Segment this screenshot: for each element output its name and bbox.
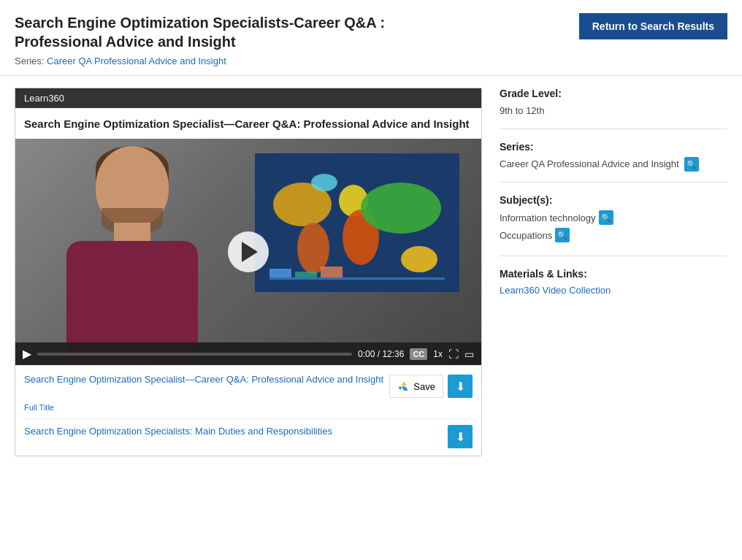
- svg-point-6: [401, 246, 437, 272]
- title-area: Search Engine Optimization Specialists-C…: [15, 13, 467, 66]
- page-title: Search Engine Optimization Specialists-C…: [15, 13, 467, 51]
- save-label: Save: [413, 381, 435, 392]
- subject-2-search-icon: 🔍: [557, 231, 567, 240]
- subject-2-search-button[interactable]: 🔍: [555, 228, 570, 242]
- series-link[interactable]: Career QA Professional Advice and Insigh…: [47, 55, 226, 66]
- svg-rect-8: [269, 277, 445, 280]
- series-sidebar-label: Series:: [500, 141, 727, 153]
- progress-bar[interactable]: [37, 353, 352, 356]
- cast-button[interactable]: ▭: [464, 348, 474, 360]
- subjects-label: Subject(s):: [500, 194, 727, 206]
- main-content: Learn360 Search Engine Optimization Spec…: [0, 76, 742, 468]
- time-display: 0:00 / 12:36: [358, 349, 404, 359]
- return-to-search-button[interactable]: Return to Search Results: [579, 13, 727, 39]
- person-figure: [52, 146, 213, 361]
- subject-1-search-button[interactable]: 🔍: [599, 210, 613, 225]
- learn360-bar: Learn360: [15, 88, 481, 108]
- subject-row-1: Information technology 🔍: [500, 210, 727, 225]
- svg-point-7: [311, 174, 337, 191]
- svg-rect-11: [321, 266, 343, 277]
- subject-1-text: Information technology: [500, 212, 596, 223]
- next-download-button[interactable]: ⬇: [448, 425, 473, 448]
- video-panel: Learn360 Search Engine Optimization Spec…: [15, 88, 482, 456]
- footer-actions: Save ⬇: [389, 375, 473, 398]
- video-container: ▶ 0:00 / 12:36 CC 1x ⛶ ▭: [15, 139, 481, 365]
- download-button[interactable]: ⬇: [448, 375, 473, 398]
- next-video-row: Search Engine Optimization Specialists: …: [24, 425, 473, 448]
- series-line: Series: Career QA Professional Advice an…: [15, 55, 467, 66]
- series-sidebar-value: Career QA Professional Advice and Insigh…: [500, 157, 727, 172]
- next-video-title[interactable]: Search Engine Optimization Specialists: …: [24, 425, 442, 438]
- play-triangle-icon: [242, 242, 258, 262]
- subject-2-text: Occupations: [500, 230, 552, 241]
- video-title: Search Engine Optimization Specialist—Ca…: [15, 108, 481, 139]
- grade-level-section: Grade Level: 9th to 12th: [500, 88, 727, 129]
- svg-point-5: [361, 183, 441, 234]
- svg-rect-10: [295, 272, 317, 277]
- speed-button[interactable]: 1x: [433, 349, 443, 359]
- materials-section: Materials & Links: Learn360 Video Collec…: [500, 268, 727, 306]
- cc-button[interactable]: CC: [410, 348, 427, 360]
- footer-divider: [24, 418, 473, 419]
- page-header: Search Engine Optimization Specialists-C…: [0, 0, 742, 76]
- grade-level-label: Grade Level:: [500, 88, 727, 99]
- svg-rect-9: [269, 269, 291, 277]
- play-control-button[interactable]: ▶: [23, 347, 31, 361]
- fullscreen-button[interactable]: ⛶: [448, 348, 459, 360]
- save-button[interactable]: Save: [389, 375, 443, 398]
- play-button-overlay[interactable]: [228, 231, 269, 272]
- series-search-icon: 🔍: [686, 160, 697, 169]
- footer-video-title[interactable]: Search Engine Optimization Specialist—Ca…: [24, 373, 383, 386]
- svg-point-2: [297, 223, 329, 274]
- video-controls-bar: ▶ 0:00 / 12:36 CC 1x ⛶ ▭: [15, 342, 481, 365]
- video-background: [15, 139, 481, 365]
- video-footer: Search Engine Optimization Specialist—Ca…: [15, 365, 481, 456]
- series-section: Series: Career QA Professional Advice an…: [500, 141, 727, 183]
- materials-label: Materials & Links:: [500, 268, 727, 280]
- full-title-link[interactable]: Full Title: [24, 403, 54, 412]
- subjects-section: Subject(s): Information technology 🔍 Occ…: [500, 194, 727, 256]
- sidebar: Grade Level: 9th to 12th Series: Career …: [500, 88, 727, 456]
- materials-link[interactable]: Learn360 Video Collection: [500, 285, 611, 296]
- download-icon: ⬇: [456, 380, 465, 394]
- grade-level-value: 9th to 12th: [500, 104, 727, 118]
- subject-row-2: Occupations 🔍: [500, 228, 727, 242]
- subject-1-search-icon: 🔍: [601, 213, 611, 223]
- next-download-icon: ⬇: [456, 430, 465, 444]
- current-time: 0:00: [358, 349, 375, 359]
- series-sidebar-text: Career QA Professional Advice and Insigh…: [500, 158, 679, 169]
- world-map-display: [255, 153, 459, 292]
- total-time: 12:36: [382, 349, 404, 359]
- series-search-button[interactable]: 🔍: [684, 157, 699, 172]
- google-drive-icon: [397, 380, 410, 393]
- footer-main-row: Search Engine Optimization Specialist—Ca…: [24, 373, 473, 398]
- series-label: Series:: [15, 55, 44, 66]
